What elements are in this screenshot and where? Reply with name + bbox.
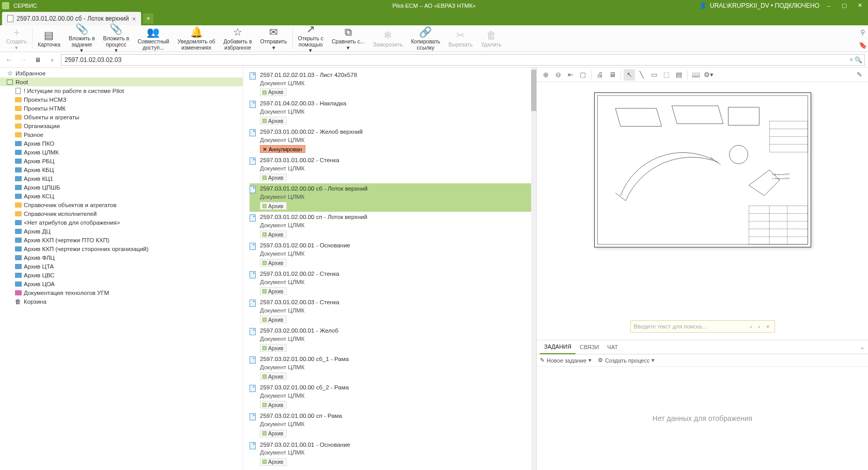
search-prev-icon[interactable]: ‹	[749, 323, 754, 330]
note-button[interactable]: 📖	[690, 69, 702, 81]
list-item[interactable]: 2597.03.02.00.00.01 - ЖелобДокумент ЦЛМК…	[250, 325, 536, 354]
new-task-button[interactable]: ✎Новое задание▾	[540, 357, 592, 364]
forward-button[interactable]: →	[18, 54, 29, 66]
tab-add-button[interactable]: +	[143, 13, 153, 24]
list-item[interactable]: 2597.01.02.02.01.03 - Лист 420х578Докуме…	[250, 70, 536, 98]
select-tool-button[interactable]: ⬚	[661, 69, 672, 81]
tree-item[interactable]: Организации	[0, 121, 243, 130]
create-button[interactable]: ＋Создать▾	[2, 26, 31, 52]
minimize-button[interactable]: –	[823, 1, 835, 11]
tree-item[interactable]: <Нет атрибутов для отображения>	[0, 218, 243, 227]
tree-favorites[interactable]: ☆Избранное	[0, 69, 243, 77]
tree-label: Архив ЦТА	[24, 263, 54, 270]
list-item[interactable]: 2597.03.02.01.00.00 сб_1 - РамаДокумент …	[250, 354, 536, 382]
tab-tasks[interactable]: ЗАДАНИЯ	[540, 340, 576, 354]
copy-link-button[interactable]: 🔗Копировать ссылку	[407, 26, 444, 52]
clear-icon[interactable]: ×	[849, 56, 853, 64]
line-tool-button[interactable]: ╲	[636, 69, 647, 81]
bookmark-icon[interactable]: 🔖	[859, 41, 867, 49]
fit-width-button[interactable]: ⇤	[565, 69, 576, 81]
monitor-icon[interactable]: 🖥	[32, 54, 43, 66]
share-button[interactable]: 👥Совместный доступ...	[133, 26, 173, 52]
list-item[interactable]: 2597.03.02.01.00.02 - СтенкаДокумент ЦЛМ…	[250, 468, 536, 470]
compare-button[interactable]: ⧉Сравнить с...▾	[328, 26, 369, 52]
list-item[interactable]: 2597.03.01.02.00.00 сп - Лоток верхнийДо…	[250, 212, 536, 240]
freeze-button[interactable]: ❄Заморозить	[369, 26, 407, 52]
back-button[interactable]: ←	[3, 54, 14, 66]
expand-icon[interactable]: ⌄	[860, 343, 865, 351]
list-item[interactable]: 2597.03.01.02.00.01 - ОснованиеДокумент …	[250, 240, 536, 269]
print-button[interactable]: 🖨	[594, 69, 606, 81]
tab-links[interactable]: СВЯЗИ	[576, 340, 603, 354]
cut-button[interactable]: ✂Вырезать	[444, 26, 477, 52]
tree-item[interactable]: Объекты и агрегаты	[0, 113, 243, 121]
cursor-button[interactable]: ↖	[624, 69, 635, 81]
viewer-search-box[interactable]: Введите текст для поиска... ‹ › ×	[630, 320, 775, 333]
notify-button[interactable]: 🔔Уведомлять об изменениях	[173, 26, 219, 52]
attach-task-button[interactable]: 📎Вложить в задание▾	[65, 26, 99, 52]
send-button[interactable]: ✉Отправить▾	[256, 26, 291, 52]
list-item[interactable]: 2597.03.01.02.00.03 - СтенкаДокумент ЦЛМ…	[250, 297, 536, 325]
tree-item[interactable]: Справочник объектов и агрегатов	[0, 200, 243, 209]
search-next-icon[interactable]: ›	[756, 323, 762, 330]
tree-item[interactable]: Архив КЦ1	[0, 174, 243, 183]
scrollbar-thumb[interactable]	[531, 70, 536, 111]
tree-item[interactable]: Документация технологов УГМ	[0, 288, 243, 297]
list-item[interactable]: 2597.03.02.01.00.00 сп - РамаДокумент ЦЛ…	[250, 411, 536, 439]
list-item[interactable]: 2597.03.01.02.00.00 сб - Лоток верхнийДо…	[250, 183, 536, 212]
new-process-button[interactable]: ⚙Создать процесс▾	[598, 357, 655, 364]
tree-root[interactable]: Root	[0, 77, 243, 86]
settings-button[interactable]: ⚙▾	[703, 69, 714, 81]
maximize-button[interactable]: ▢	[838, 1, 850, 11]
service-menu[interactable]: СЕРВИС	[13, 3, 37, 9]
attach-process-button[interactable]: 📎Вложить в процесс▾	[99, 26, 134, 52]
tree-item[interactable]: Архив ЦПШБ	[0, 183, 243, 192]
tree-item[interactable]: Архив ДЦ	[0, 227, 243, 236]
fit-page-button[interactable]: ▢	[577, 69, 588, 81]
tree-item[interactable]: Проекты НСМЗ	[0, 95, 243, 104]
list-item[interactable]: 2597.03.01.00.00.02 - Желоб верхнийДокум…	[250, 127, 536, 155]
open-with-button[interactable]: ↗Открыть с помощью▾	[294, 26, 328, 52]
close-button[interactable]: ✕	[854, 1, 866, 11]
tab-close-icon[interactable]: ×	[132, 15, 136, 23]
list-item[interactable]: 2597.03.01.01.00.02 - СтенкаДокумент ЦЛМ…	[250, 155, 536, 183]
card-button[interactable]: ▤Карточка	[34, 26, 65, 52]
tree-item[interactable]: Архив ЦЛМК	[0, 148, 243, 156]
tree-item[interactable]: Архив ПКО	[0, 139, 243, 148]
tree-item[interactable]: Архив ФЛЦ	[0, 253, 243, 262]
address-bar[interactable]: 2597.01.02.03.02.03 × 🔍	[61, 54, 865, 66]
tree-item[interactable]: Архив КХП (чертежи сторонних организаций…	[0, 244, 243, 253]
scrollbar-track[interactable]	[531, 68, 536, 470]
search-icon[interactable]: 🔍	[855, 56, 862, 64]
tree-item[interactable]: ! Истукции по работе в системе Pilot	[0, 86, 243, 95]
path-next-icon[interactable]: ›	[47, 54, 58, 66]
tree-item[interactable]: Архив КБЦ	[0, 165, 243, 174]
list-item[interactable]: 2597.03.02.01.00.01 - ОснованиеДокумент …	[250, 440, 536, 468]
user-label[interactable]: URAL\KRUPSKII_DV • ПОДКЛЮЧЕНО	[710, 2, 819, 9]
tab-chat[interactable]: ЧАТ	[603, 340, 622, 354]
delete-button[interactable]: 🗑Удалить	[477, 26, 506, 52]
search-close-icon[interactable]: ×	[765, 323, 771, 330]
list-item[interactable]: 2597.03.01.02.00.02 - СтенкаДокумент ЦЛМ…	[250, 269, 536, 297]
tree-item[interactable]: Проекты НТМК	[0, 104, 243, 113]
list-item[interactable]: 2597.03.02.01.00.00 сб_2 - РамаДокумент …	[250, 382, 536, 411]
tree-item[interactable]: Архив ЦОА	[0, 279, 243, 288]
tree-item[interactable]: 🗑Корзина	[0, 297, 243, 306]
zoom-out-button[interactable]: ⊖	[552, 69, 564, 81]
tree-item[interactable]: Архив КХП (чертежи ПТО КХП)	[0, 236, 243, 244]
favorite-button[interactable]: ☆Добавить в избранное	[220, 26, 256, 52]
tree-item[interactable]: Справочник исполнителей	[0, 209, 243, 218]
tree-item[interactable]: Архив ЦТА	[0, 262, 243, 271]
list-item[interactable]: 2597.01.04.02.00.03 - НакладкаДокумент Ц…	[250, 98, 536, 127]
rect-tool-button[interactable]: ▭	[648, 69, 660, 81]
screen-button[interactable]: 🖥	[607, 69, 618, 81]
pin-icon[interactable]: ⚲	[860, 28, 865, 36]
tree-item[interactable]: Архив КСЦ	[0, 192, 243, 200]
tree-item[interactable]: Разное	[0, 130, 243, 139]
drawing-viewport[interactable]: 1. Детали по ГОСТ 2. Сварка по ГОСТ Введ…	[537, 82, 868, 340]
zoom-in-button[interactable]: ⊕	[540, 69, 551, 81]
edit-button[interactable]: ✎	[854, 69, 865, 81]
text-tool-button[interactable]: ▤	[673, 69, 685, 81]
tree-item[interactable]: Архив ЦВС	[0, 271, 243, 279]
tree-item[interactable]: Архив РБЦ	[0, 156, 243, 165]
